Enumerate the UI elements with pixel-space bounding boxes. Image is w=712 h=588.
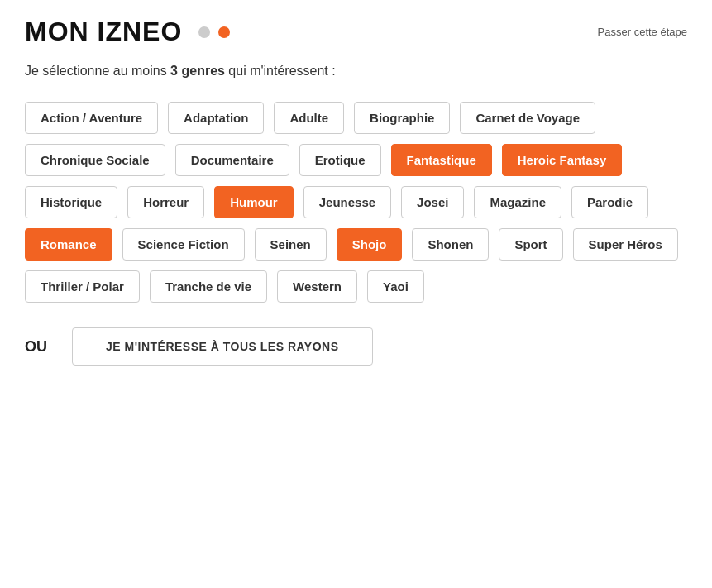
tag-tranche-de-vie[interactable]: Tranche de vie [150,270,267,303]
tag-josei[interactable]: Josei [401,186,464,218]
tag-historique[interactable]: Historique [25,186,117,218]
tag-erotique[interactable]: Erotique [299,144,381,176]
tag-jeunesse[interactable]: Jeunesse [303,186,391,218]
step-indicators [198,26,230,38]
tag-heroic-fantasy[interactable]: Heroic Fantasy [502,144,623,176]
skip-link[interactable]: Passer cette étape [598,26,687,38]
tag-super-heros[interactable]: Super Héros [573,228,678,261]
tag-romance[interactable]: Romance [25,228,112,261]
tag-fantastique[interactable]: Fantastique [391,144,492,176]
tag-humour[interactable]: Humour [214,186,294,218]
subtitle-text-before: Je sélectionne au moins [25,64,170,78]
tag-action-aventure[interactable]: Action / Aventure [25,102,158,134]
tag-adulte[interactable]: Adulte [274,102,344,134]
tag-parodie[interactable]: Parodie [571,186,648,218]
tag-western[interactable]: Western [277,270,357,303]
tag-shojo[interactable]: Shojo [337,228,403,261]
step-dot-1 [198,26,210,38]
tag-documentaire[interactable]: Documentaire [175,144,289,176]
tag-biographie[interactable]: Biographie [354,102,450,134]
subtitle-text-after: qui m'intéressent : [225,64,336,78]
subtitle: Je sélectionne au moins 3 genres qui m'i… [25,64,687,79]
tag-carnet-de-voyage[interactable]: Carnet de Voyage [460,102,595,134]
tag-shonen[interactable]: Shonen [412,228,489,261]
tag-yaoi[interactable]: Yaoi [367,270,424,303]
tag-seinen[interactable]: Seinen [255,228,327,261]
tags-container: Action / AventureAdaptationAdulteBiograp… [25,102,687,303]
tag-thriller-polar[interactable]: Thriller / Polar [25,270,140,303]
all-genres-button[interactable]: JE M'INTÉRESSE À TOUS LES RAYONS [72,327,373,366]
page-title: MON IZNEO [25,17,182,47]
tag-magazine[interactable]: Magazine [474,186,561,218]
tag-chronique-sociale[interactable]: Chronique Sociale [25,144,165,176]
tag-science-fiction[interactable]: Science Fiction [122,228,245,261]
tag-sport[interactable]: Sport [499,228,562,261]
bottom-section: OU JE M'INTÉRESSE À TOUS LES RAYONS [25,327,687,366]
tag-adaptation[interactable]: Adaptation [168,102,264,134]
subtitle-bold: 3 genres [170,64,225,78]
ou-label: OU [25,338,47,356]
step-dot-2 [218,26,230,38]
tag-horreur[interactable]: Horreur [127,186,204,218]
